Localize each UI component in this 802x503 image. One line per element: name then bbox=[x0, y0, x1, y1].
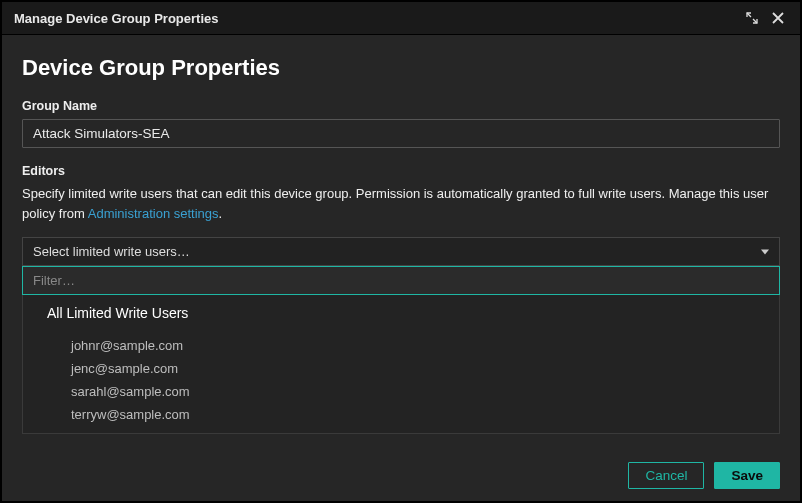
dialog: Manage Device Group Properties Device Gr… bbox=[0, 0, 802, 503]
administration-settings-link[interactable]: Administration settings bbox=[88, 206, 219, 221]
editors-help-suffix: . bbox=[219, 206, 223, 221]
editors-filter-input[interactable] bbox=[22, 266, 780, 295]
editors-label: Editors bbox=[22, 164, 780, 178]
group-name-label: Group Name bbox=[22, 99, 780, 113]
editors-dropdown-placeholder: Select limited write users… bbox=[33, 244, 190, 259]
close-icon[interactable] bbox=[768, 8, 788, 28]
editors-dropdown[interactable]: Select limited write users… bbox=[22, 237, 780, 266]
editors-option[interactable]: jenc@sample.com bbox=[23, 358, 779, 381]
group-name-input[interactable] bbox=[22, 119, 780, 148]
page-title: Device Group Properties bbox=[22, 55, 780, 81]
editors-dropdown-panel: All Limited Write Users johnr@sample.com… bbox=[22, 295, 780, 434]
editors-option-list: johnr@sample.com jenc@sample.com sarahl@… bbox=[23, 331, 779, 434]
dialog-title: Manage Device Group Properties bbox=[14, 11, 736, 26]
cancel-button[interactable]: Cancel bbox=[628, 462, 704, 489]
editors-option-all[interactable]: All Limited Write Users bbox=[23, 295, 779, 331]
save-button[interactable]: Save bbox=[714, 462, 780, 489]
dialog-footer: Cancel Save bbox=[22, 450, 780, 489]
editors-option[interactable]: johnr@sample.com bbox=[23, 335, 779, 358]
group-name-section: Group Name bbox=[22, 99, 780, 148]
editors-help-text: Specify limited write users that can edi… bbox=[22, 184, 780, 223]
editors-section: Editors Specify limited write users that… bbox=[22, 164, 780, 434]
editors-option[interactable]: sarahl@sample.com bbox=[23, 381, 779, 404]
expand-icon[interactable] bbox=[742, 8, 762, 28]
dialog-body: Device Group Properties Group Name Edito… bbox=[2, 35, 800, 501]
titlebar: Manage Device Group Properties bbox=[2, 2, 800, 35]
editors-option[interactable]: terryw@sample.com bbox=[23, 404, 779, 427]
chevron-down-icon bbox=[761, 249, 769, 254]
